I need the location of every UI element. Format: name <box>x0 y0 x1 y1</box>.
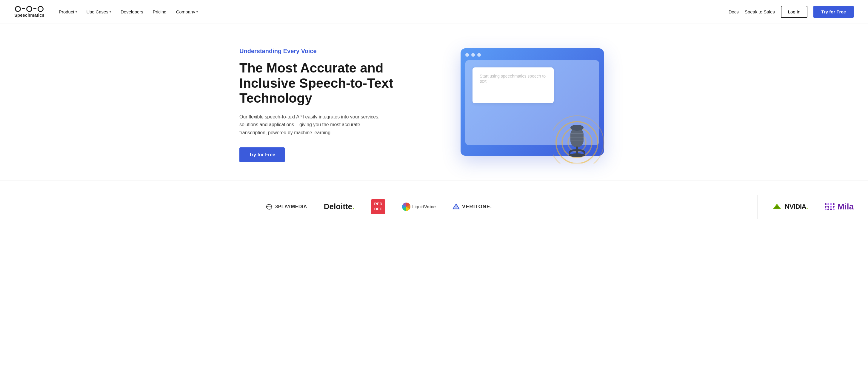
browser-dot-2 <box>471 53 475 57</box>
hero-description: Our flexible speech-to-text API easily i… <box>239 113 383 137</box>
nav-product[interactable]: Product ▾ <box>59 9 77 14</box>
chevron-down-icon: ▾ <box>196 10 198 13</box>
browser-dot-3 <box>477 53 481 57</box>
browser-dot-1 <box>465 53 469 57</box>
logo-liquidvoice: LiquidVoice <box>402 202 436 211</box>
logo-icon <box>15 6 43 12</box>
docs-link[interactable]: Docs <box>728 9 739 14</box>
veritone-icon <box>453 203 460 210</box>
login-button[interactable]: Log In <box>781 6 808 18</box>
hero-title: The Most Accurate and Inclusive Speech-t… <box>239 61 395 106</box>
logos-section: 3PLAYMEDIA Deloitte. REDBEE LiquidVoice … <box>0 180 868 233</box>
logo-mila: Mila <box>825 202 854 211</box>
logo[interactable]: Speechmatics <box>14 6 44 18</box>
hero-illustration: Start using speechmatics speech to text <box>442 48 629 162</box>
svg-point-9 <box>570 125 584 131</box>
try-for-free-button[interactable]: Try for Free <box>813 6 854 18</box>
sound-waves-svg <box>553 104 613 163</box>
hero-cta-button[interactable]: Try for Free <box>239 148 285 162</box>
logos-divider <box>757 195 758 219</box>
chevron-down-icon: ▾ <box>75 10 77 13</box>
hero-left: Understanding Every Voice The Most Accur… <box>239 48 395 162</box>
browser-bar <box>465 53 599 57</box>
logo-redbee: REDBEE <box>371 199 385 214</box>
browser-text-area: Start using speechmatics speech to text <box>472 67 554 103</box>
nvidia-icon <box>772 203 782 210</box>
nav-right: Docs Speak to Sales Log In Try for Free <box>728 6 854 18</box>
liquidvoice-icon <box>402 202 410 211</box>
logos-right: NVIDIA. Mila <box>772 202 854 211</box>
svg-point-8 <box>569 153 585 157</box>
logo-nvidia: NVIDIA. <box>772 203 808 210</box>
hero-tagline: Understanding Every Voice <box>239 48 395 55</box>
hero-section: Understanding Every Voice The Most Accur… <box>225 24 643 180</box>
nav-use-cases[interactable]: Use Cases ▾ <box>87 9 111 14</box>
nav-pricing[interactable]: Pricing <box>153 9 166 14</box>
logo-veritone: VERITONE. <box>453 203 492 210</box>
3playmedia-icon <box>266 204 273 210</box>
nav-company[interactable]: Company ▾ <box>176 9 198 14</box>
mila-icon <box>825 203 835 210</box>
chevron-down-icon: ▾ <box>110 10 111 13</box>
nav-developers[interactable]: Developers <box>121 9 143 14</box>
logo-text: Speechmatics <box>14 12 44 18</box>
logo-deloitte: Deloitte. <box>324 202 354 211</box>
microphone-illustration <box>553 104 613 165</box>
logos-left: 3PLAYMEDIA Deloitte. REDBEE LiquidVoice … <box>14 199 743 214</box>
navbar: Speechmatics Product ▾ Use Cases ▾ Devel… <box>0 0 868 24</box>
nav-links: Product ▾ Use Cases ▾ Developers Pricing… <box>59 9 198 14</box>
speak-to-sales-button[interactable]: Speak to Sales <box>745 9 775 14</box>
logo-3playmedia: 3PLAYMEDIA <box>266 204 307 210</box>
